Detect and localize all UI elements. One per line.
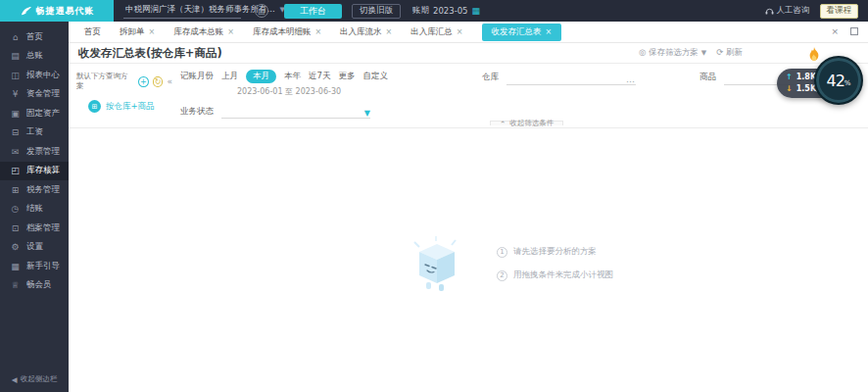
archive-icon: ⊡ (10, 223, 21, 233)
month-option-year[interactable]: 本年 (284, 71, 301, 82)
tab-inout-flow[interactable]: 出入库流水× (340, 26, 392, 38)
tabbar-actions: × (831, 26, 858, 36)
arrow-down-icon: ↓ (786, 83, 793, 95)
empty-state: 1 请先选择要分析的方案 2 用拖拽条件来完成小计视图 (407, 234, 613, 293)
sidebar-item-inventory[interactable]: ◰库存核算 (0, 162, 69, 181)
main-content: 收发存汇总表(按仓库+商品) ◎ 保存筛选方案 ▼ ⟳ 刷新 默认下方查询方案 … (69, 43, 868, 392)
status-filter: 业务状态 ▼ (180, 105, 868, 119)
logo-text: 畅捷通易代账 (36, 5, 95, 18)
sidebar-item-settings[interactable]: ⚙设置 (0, 238, 69, 258)
hint-2: 2 用拖拽条件来完成小计视图 (497, 270, 613, 281)
tab-inout-summary[interactable]: 出入库汇总× (410, 26, 462, 38)
tab-cost-detail-ledger[interactable]: 库存成本明细账× (253, 26, 321, 38)
tab-label: 收发存汇总表 (492, 26, 542, 38)
workbench-button[interactable]: 工作台 (284, 4, 342, 19)
sidebar-item-funds[interactable]: ¥资金管理 (0, 85, 69, 105)
sidebar-item-fixed-assets[interactable]: ▣固定资产 (0, 104, 69, 123)
filter-zone: 默认下方查询方案 + ↻ « ⊞ 按仓库+商品 记账月份 上月 本月 本年 近7… (69, 64, 868, 128)
close-icon[interactable]: × (314, 27, 321, 36)
sidebar-item-label: 设置 (26, 241, 43, 253)
favorite-scheme-icon[interactable]: ↻ (153, 76, 164, 87)
month-option-custom[interactable]: 自定义 (362, 71, 388, 82)
app-logo: 畅捷通易代账 (0, 0, 114, 22)
period-label: 账期 (412, 5, 429, 17)
collapse-filters-button[interactable]: ⌃ 收起筛选条件 (490, 121, 563, 125)
close-icon[interactable]: × (227, 27, 234, 36)
sidebar-item-label: 库存核算 (26, 165, 60, 176)
status-select[interactable]: ▼ (221, 105, 370, 119)
flame-icon[interactable] (807, 47, 821, 63)
close-icon[interactable]: × (546, 27, 553, 36)
guide-icon: ▦ (10, 262, 21, 271)
sidebar-item-label: 发票管理 (26, 146, 60, 158)
close-icon[interactable]: × (457, 27, 463, 36)
sidebar-item-home[interactable]: ⌂首页 (0, 27, 69, 47)
tab-home[interactable]: 首页 (84, 26, 101, 38)
arrow-up-icon: ↑ (786, 72, 793, 83)
warehouse-input[interactable]: … (506, 72, 636, 85)
close-icon[interactable]: × (149, 27, 156, 36)
calendar-icon[interactable]: ▦ (472, 6, 481, 16)
fullscreen-icon[interactable] (850, 27, 858, 35)
save-scheme-button[interactable]: ◎ 保存筛选方案 ▼ (639, 47, 706, 59)
save-scheme-label: 保存筛选方案 (649, 47, 699, 57)
date-range: 2023-06-01 至 2023-06-30 (237, 86, 868, 97)
sidebar-item-invoice[interactable]: ✉发票管理 (0, 142, 69, 162)
sidebar-collapse-button[interactable]: ◀ 收起侧边栏 (0, 374, 69, 384)
report-icon: ◫ (10, 71, 21, 80)
sidebar-item-guide[interactable]: ▦新手引导 (0, 257, 69, 276)
tab-label: 拆卸单 (120, 26, 145, 38)
company-name: 中税网润广泽（天津）税务师事务所有... (125, 4, 275, 16)
sidebar-item-label: 资金管理 (26, 88, 60, 100)
month-option-more[interactable]: 更多 (338, 71, 355, 82)
salary-icon: ⊟ (10, 127, 21, 137)
sidebar-item-tax[interactable]: ⊞税务管理 (0, 180, 69, 200)
page-head: 收发存汇总表(按仓库+商品) ◎ 保存筛选方案 ▼ ⟳ 刷新 (69, 43, 868, 64)
logo-feather-icon (20, 6, 32, 17)
switch-version-button[interactable]: 切换旧版 (352, 4, 401, 19)
sidebar-item-closing[interactable]: ◷结账 (0, 200, 69, 220)
scheme-panel: 默认下方查询方案 + ↻ « ⊞ 按仓库+商品 (76, 72, 172, 113)
chevron-down-icon: ▼ (364, 109, 370, 118)
fixed-assets-icon: ▣ (10, 109, 21, 119)
scheme-icon: ⊞ (88, 100, 101, 113)
battery-percent-badge[interactable]: 42 % (814, 56, 863, 105)
sidebar-item-label: 档案管理 (26, 222, 60, 234)
sidebar-item-label: 税务管理 (26, 184, 60, 196)
sidebar-item-label: 畅会员 (26, 279, 52, 291)
support-link[interactable]: 人工咨询 (765, 5, 810, 17)
sidebar-item-label: 总账 (26, 50, 43, 62)
month-option-current[interactable]: 本月 (246, 70, 276, 83)
tab-stock-summary-active[interactable]: 收发存汇总表× (482, 24, 562, 41)
close-icon[interactable]: × (386, 27, 393, 36)
sidebar-item-ledger[interactable]: ▤总账 (0, 47, 69, 67)
ledger-icon: ▤ (10, 51, 21, 61)
month-option-7days[interactable]: 近7天 (309, 71, 330, 82)
scheme-item[interactable]: ⊞ 按仓库+商品 (88, 100, 172, 113)
percent-value: 42 (826, 72, 844, 90)
apps-icon[interactable]: ▤ (255, 4, 268, 18)
tab-disassembly[interactable]: 拆卸单× (120, 26, 155, 38)
ellipsis-picker-icon[interactable]: … (626, 74, 636, 84)
company-selector[interactable]: 中税网润广泽（天津）税务师事务所有... ▼ (123, 3, 241, 19)
sidebar-item-label: 工资 (26, 126, 43, 138)
tab-label: 首页 (84, 26, 101, 38)
add-scheme-icon[interactable]: + (138, 76, 149, 87)
support-label: 人工咨询 (777, 5, 810, 17)
sidebar-item-report-center[interactable]: ◫报表中心 (0, 66, 69, 85)
course-button[interactable]: 看课程 (820, 4, 859, 19)
closing-icon: ◷ (10, 204, 21, 214)
accounting-period[interactable]: 账期 2023-05 ▦ (412, 5, 480, 17)
month-option-last[interactable]: 上月 (221, 71, 238, 82)
chevron-up-icon: ⌃ (500, 120, 506, 128)
close-all-icon[interactable]: × (831, 26, 839, 36)
sidebar-item-archive[interactable]: ⊡档案管理 (0, 219, 69, 238)
sidebar-item-member[interactable]: ♕畅会员 (0, 276, 69, 296)
refresh-label: 刷新 (726, 47, 743, 57)
tab-cost-general-ledger[interactable]: 库存成本总账× (173, 26, 234, 38)
inventory-icon: ◰ (10, 166, 21, 175)
collapse-panel-icon[interactable]: « (167, 76, 172, 86)
hint-2-text: 用拖拽条件来完成小计视图 (513, 270, 613, 281)
sidebar-item-salary[interactable]: ⊟工资 (0, 123, 69, 143)
refresh-button[interactable]: ⟳ 刷新 (716, 47, 743, 59)
